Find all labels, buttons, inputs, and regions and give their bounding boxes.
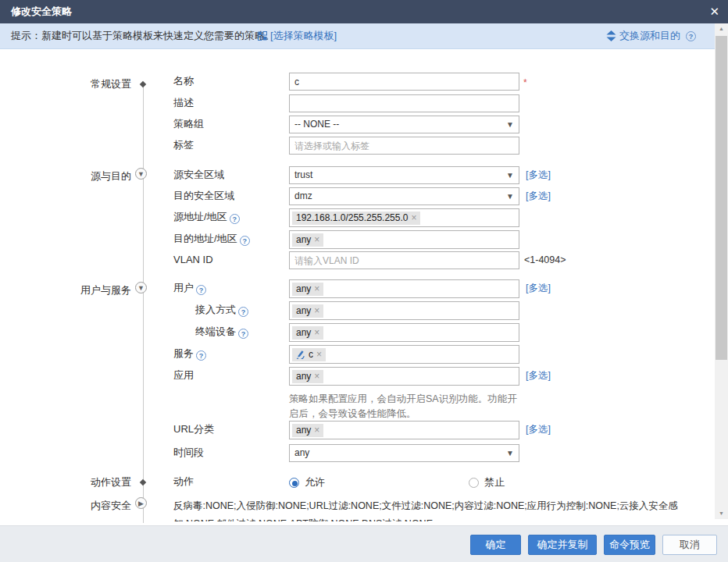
src-addr-help-icon[interactable]: ? — [230, 214, 240, 224]
chevron-down-icon: ▼ — [506, 445, 514, 461]
section-user-service: 用户与服务 — [31, 283, 131, 297]
src-addr-input[interactable]: 192.168.1.0/255.255.255.0× — [289, 208, 519, 227]
remove-tag-icon[interactable]: × — [314, 306, 319, 315]
src-addr-label: 源地址/地区? — [173, 208, 240, 226]
dst-addr-label: 目的地址/地区? — [173, 230, 250, 247]
terminal-device-label: 终端设备? — [195, 323, 248, 340]
tag-input[interactable] — [289, 137, 519, 155]
hint-text: 提示：新建时可以基于策略模板来快速定义您需要的策略。 — [11, 23, 275, 48]
url-category-multi-select-link[interactable]: [多选] — [526, 421, 551, 439]
name-label: 名称 — [173, 73, 194, 90]
hint-bar: 提示：新建时可以基于策略模板来快速定义您需要的策略。 [选择策略模板] 交换源和… — [0, 23, 715, 49]
swap-icon — [606, 30, 616, 41]
section-action-marker — [140, 479, 146, 486]
custom-service-icon — [296, 350, 305, 359]
access-method-input[interactable]: any× — [289, 301, 519, 320]
policy-group-value: -- NONE -- — [294, 116, 339, 133]
vlan-input[interactable] — [289, 251, 519, 269]
dialog-footer: 确定 确定并复制 命令预览 取消 — [0, 525, 728, 562]
url-category-tag: any× — [292, 424, 323, 437]
cancel-button[interactable]: 取消 — [662, 535, 717, 555]
chevron-down-icon: ▼ — [506, 188, 514, 205]
time-range-value: any — [294, 445, 309, 461]
scroll-up-icon[interactable]: ▲ — [715, 23, 728, 34]
ok-button[interactable]: 确定 — [470, 535, 521, 555]
src-zone-multi-select-link[interactable]: [多选] — [526, 166, 551, 184]
time-range-select[interactable]: any ▼ — [289, 444, 519, 462]
src-addr-tag: 192.168.1.0/255.255.255.0× — [292, 212, 420, 225]
remove-tag-icon[interactable]: × — [314, 235, 319, 244]
dst-addr-input[interactable]: any× — [289, 230, 519, 249]
section-source-dest: 源与目的 — [31, 169, 131, 183]
action-label: 动作 — [173, 473, 194, 490]
dst-zone-label: 目的安全区域 — [173, 187, 234, 205]
scrollbar-thumb[interactable] — [716, 36, 727, 360]
vlan-label: VLAN ID — [173, 251, 213, 269]
swap-help-icon[interactable]: ? — [686, 31, 696, 41]
terminal-device-input[interactable]: any× — [289, 323, 519, 342]
section-content-security-toggle-icon[interactable]: ▶ — [135, 497, 147, 509]
remove-tag-icon[interactable]: × — [316, 350, 322, 359]
dst-addr-tag: any× — [292, 233, 323, 247]
remove-tag-icon[interactable]: × — [314, 284, 319, 293]
ok-and-copy-button[interactable]: 确定并复制 — [528, 535, 597, 555]
terminal-device-help-icon[interactable]: ? — [238, 329, 248, 339]
time-range-label: 时间段 — [173, 444, 204, 461]
user-help-icon[interactable]: ? — [196, 285, 206, 295]
user-tag: any× — [292, 283, 323, 296]
name-input[interactable] — [289, 73, 519, 91]
required-asterisk: * — [523, 74, 527, 92]
dst-zone-multi-select-link[interactable]: [多选] — [526, 187, 551, 205]
section-user-service-toggle-icon[interactable]: ▼ — [135, 282, 147, 293]
application-multi-select-link[interactable]: [多选] — [526, 367, 551, 385]
section-action: 动作设置 — [31, 475, 131, 489]
action-radio-group: 允许 禁止 — [289, 475, 505, 489]
allow-radio-label[interactable]: 允许 — [305, 475, 325, 489]
policy-group-select[interactable]: -- NONE -- ▼ — [289, 116, 519, 133]
choose-policy-template-label: [选择策略模板] — [270, 23, 337, 48]
dst-addr-help-icon[interactable]: ? — [240, 236, 250, 246]
user-input[interactable]: any× — [289, 279, 519, 298]
src-zone-select[interactable]: trust ▼ — [289, 166, 519, 184]
template-icon — [258, 31, 267, 41]
access-method-help-icon[interactable]: ? — [238, 307, 248, 317]
url-category-label: URL分类 — [173, 421, 214, 438]
dst-zone-select[interactable]: dmz ▼ — [289, 187, 519, 205]
allow-radio[interactable] — [289, 478, 299, 488]
description-input[interactable] — [289, 94, 519, 112]
user-multi-select-link[interactable]: [多选] — [526, 279, 551, 297]
command-preview-button[interactable]: 命令预览 — [604, 535, 655, 555]
swap-source-destination-label: 交换源和目的 — [619, 23, 680, 48]
application-tag: any× — [292, 370, 323, 383]
close-icon[interactable]: ✕ — [709, 0, 719, 23]
deny-radio-label[interactable]: 禁止 — [484, 475, 505, 489]
edit-security-policy-dialog: 修改安全策略 ✕ 提示：新建时可以基于策略模板来快速定义您需要的策略。 [选择策… — [0, 0, 728, 562]
section-source-dest-toggle-icon[interactable]: ▼ — [135, 168, 147, 180]
user-label: 用户? — [173, 279, 206, 297]
swap-source-destination-link[interactable]: 交换源和目的 ? — [606, 23, 696, 48]
deny-radio[interactable] — [469, 478, 479, 488]
application-input[interactable]: any× — [289, 367, 519, 386]
access-method-label: 接入方式? — [195, 301, 248, 318]
remove-tag-icon[interactable]: × — [314, 372, 319, 381]
service-label: 服务? — [173, 345, 206, 362]
url-category-input[interactable]: any× — [289, 421, 519, 439]
dialog-title: 修改安全策略 — [11, 0, 72, 23]
service-tag: c × — [292, 348, 326, 361]
section-general: 常规设置 — [31, 77, 131, 91]
description-label: 描述 — [173, 94, 194, 112]
tag-label: 标签 — [173, 137, 194, 154]
policy-group-label: 策略组 — [173, 116, 204, 133]
remove-tag-icon[interactable]: × — [314, 425, 319, 435]
scroll-down-icon[interactable]: ▼ — [715, 508, 728, 519]
application-label: 应用 — [173, 367, 194, 384]
vlan-range-hint: <1-4094> — [524, 251, 566, 269]
remove-tag-icon[interactable]: × — [314, 328, 319, 337]
service-help-icon[interactable]: ? — [196, 350, 206, 361]
content-security-summary: 反病毒:NONE;入侵防御:NONE;URL过滤:NONE;文件过滤:NONE;… — [173, 497, 683, 521]
choose-policy-template-link[interactable]: [选择策略模板] — [258, 23, 337, 48]
remove-tag-icon[interactable]: × — [411, 213, 416, 222]
service-input[interactable]: c × — [289, 345, 519, 364]
vertical-scrollbar[interactable]: ▲ ▼ — [715, 23, 728, 519]
terminal-device-tag: any× — [292, 326, 323, 340]
